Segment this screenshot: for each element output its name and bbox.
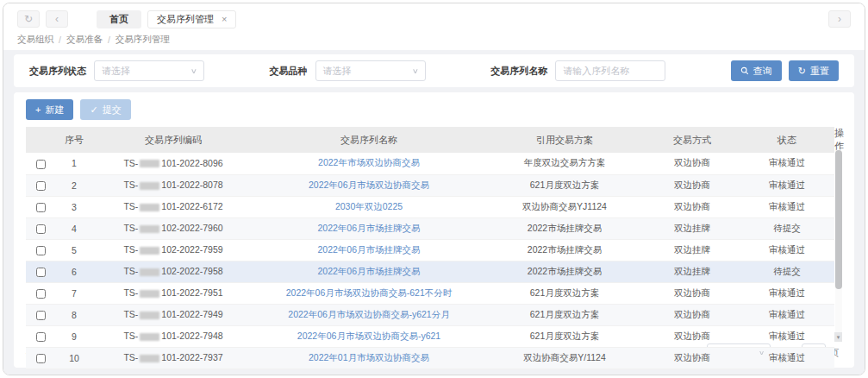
- sequence-name-link[interactable]: 2030年双边0225: [253, 196, 484, 217]
- table-row[interactable]: 1TS-101-2022-80962022年市场双边协商交易年度双边交易方方案双…: [26, 153, 834, 174]
- forward-button[interactable]: ›: [828, 10, 851, 28]
- variety-select[interactable]: 请选择 ∨: [315, 60, 426, 81]
- row-checkbox[interactable]: [36, 246, 46, 255]
- method-cell: 双边挂牌: [645, 261, 740, 282]
- table-row[interactable]: 10TS-101-2022-79372022年01月市场双边协商交易双边协商交易…: [26, 347, 834, 369]
- reset-button[interactable]: ↻ 重置: [789, 60, 839, 81]
- code-suffix: 101-2022-7951: [161, 287, 222, 298]
- status-cell: 待提交: [740, 261, 834, 282]
- row-number-cell: 3: [55, 196, 93, 217]
- header-checkbox-cell: [26, 127, 55, 153]
- row-number-cell: 10: [55, 347, 93, 369]
- method-cell: 双边协商: [645, 282, 740, 304]
- submit-button[interactable]: ✓ 提交: [80, 99, 130, 120]
- status-cell: 审核通过: [740, 304, 834, 325]
- row-checkbox[interactable]: [36, 160, 46, 169]
- close-icon[interactable]: ×: [222, 14, 227, 24]
- status-cell: 审核通过: [740, 347, 834, 369]
- breadcrumb: 交易组织/交易准备/交易序列管理: [3, 29, 865, 50]
- row-number-cell: 2: [55, 174, 93, 196]
- sequence-name-input[interactable]: [555, 60, 665, 81]
- tab-current[interactable]: 交易序列管理 ×: [147, 10, 236, 28]
- row-checkbox[interactable]: [36, 203, 46, 212]
- redacted-code-segment: [140, 204, 159, 211]
- status-cell: 审核通过: [740, 325, 834, 347]
- submit-button-label: 提交: [103, 104, 122, 117]
- redacted-code-segment: [140, 290, 159, 298]
- chevron-down-icon: ∨: [190, 67, 197, 75]
- row-checkbox[interactable]: [36, 354, 46, 363]
- tab-home[interactable]: 首页: [97, 10, 141, 28]
- table-row[interactable]: 9TS-101-2022-79482022年06月市场双边协商交易-y62162…: [26, 325, 834, 347]
- back-icon: ‹: [55, 14, 59, 24]
- row-checkbox[interactable]: [36, 268, 46, 277]
- table-row[interactable]: 4TS-102-2022-79602022年06月市场挂牌交易2022市场挂牌交…: [26, 217, 834, 239]
- row-checkbox[interactable]: [36, 311, 46, 320]
- plan-cell: 2022市场挂牌交易: [484, 217, 645, 239]
- filter-name-group: 交易序列名称: [490, 60, 665, 81]
- row-number-cell: 8: [55, 304, 93, 325]
- scrollbar-thumb[interactable]: [835, 150, 842, 289]
- table-panel: + 新建 ✓ 提交 序号: [14, 92, 854, 368]
- column-header: 交易序列名称: [253, 127, 484, 153]
- sequence-name-link[interactable]: 2022年06月市场双边协商交易-y621分月: [253, 304, 484, 325]
- redacted-code-segment: [140, 160, 159, 167]
- column-header: 交易序列编码: [93, 127, 253, 153]
- sequence-name-link[interactable]: 2022年06月市场双边协商交易-621不分时: [253, 282, 484, 304]
- breadcrumb-item[interactable]: 交易准备: [66, 34, 103, 46]
- row-checkbox-cell: [26, 174, 55, 196]
- method-cell: 双边协商: [645, 196, 740, 217]
- sequence-code-cell: TS-101-2022-7951: [93, 282, 253, 304]
- new-button[interactable]: + 新建: [26, 99, 73, 120]
- breadcrumb-item[interactable]: 交易组织: [17, 34, 53, 46]
- filter-panel: 交易序列状态 请选择 ∨ 交易品种 请选择 ∨ 交易序列名称: [14, 54, 854, 87]
- table-row[interactable]: 7TS-101-2022-79512022年06月市场双边协商交易-621不分时…: [26, 282, 834, 304]
- sequence-name-link[interactable]: 2022年01月市场双边协商交易: [253, 347, 484, 369]
- tab-bar: ↻ ‹ 首页 交易序列管理 × ›: [3, 3, 865, 29]
- table-wrapper: 序号 交易序列编码 交易序列名称 引用交易方案 交易方式 状态 操作 1TS-1…: [26, 127, 842, 342]
- refresh-button[interactable]: ↻: [17, 10, 40, 28]
- status-cell: 审核通过: [740, 239, 834, 261]
- status-select[interactable]: 请选择 ∨: [94, 60, 204, 81]
- breadcrumb-separator: /: [108, 35, 110, 45]
- sequence-name-link[interactable]: 2022年06月市场双边协商交易-y621: [253, 325, 484, 347]
- method-cell: 双边协商: [645, 153, 740, 174]
- sequence-name-link[interactable]: 2022年06月市场双边协商交易: [253, 174, 484, 196]
- code-suffix: 101-2022-7948: [161, 331, 222, 341]
- table-row[interactable]: 5TS-102-2022-79592022年06月市场挂牌交易2022市场挂牌交…: [26, 239, 834, 261]
- table-row[interactable]: 6TS-102-2022-79582022年06月市场挂牌交易2022市场挂牌交…: [26, 261, 834, 282]
- status-cell: 审核通过: [740, 196, 834, 217]
- table-row[interactable]: 3TS-101-2022-61722030年双边0225双边协商交易YJ1124…: [26, 196, 834, 217]
- sequence-name-link[interactable]: 2022年06月市场挂牌交易: [253, 217, 484, 239]
- status-cell: 审核通过: [740, 174, 834, 196]
- sequence-code-cell: TS-102-2022-7960: [93, 217, 253, 239]
- column-header: 序号: [55, 127, 93, 153]
- sequence-code-cell: TS-102-2022-7958: [93, 261, 253, 282]
- code-suffix: 101-2022-7949: [161, 309, 222, 319]
- table-row[interactable]: 2TS-101-2022-80782022年06月市场双边协商交易621月度双边…: [26, 174, 834, 196]
- plan-cell: 双边协商交易YJ1124: [484, 196, 645, 217]
- plan-cell: 621月度双边方案: [484, 282, 645, 304]
- row-checkbox[interactable]: [36, 224, 46, 234]
- sequence-name-link[interactable]: 2022年06月市场挂牌交易: [253, 239, 484, 261]
- row-checkbox[interactable]: [36, 181, 46, 191]
- status-cell: 审核通过: [740, 153, 834, 174]
- table-scrollbar[interactable]: ▾: [835, 149, 842, 342]
- sequence-name-link[interactable]: 2022年市场双边协商交易: [253, 153, 484, 174]
- status-cell: 待提交: [740, 217, 834, 239]
- table-row[interactable]: 8TS-101-2022-79492022年06月市场双边协商交易-y621分月…: [26, 304, 834, 325]
- scrollbar-down-icon[interactable]: ▾: [834, 332, 842, 342]
- row-checkbox-cell: [26, 304, 55, 325]
- code-prefix: TS-: [123, 287, 138, 298]
- row-checkbox[interactable]: [36, 289, 46, 299]
- row-checkbox-cell: [26, 239, 55, 261]
- search-button[interactable]: 查询: [731, 60, 782, 81]
- back-button[interactable]: ‹: [46, 10, 68, 28]
- redacted-code-segment: [140, 312, 159, 319]
- sequence-name-link[interactable]: 2022年06月市场挂牌交易: [253, 261, 484, 282]
- code-suffix: 101-2022-8078: [161, 180, 222, 190]
- code-prefix: TS-: [123, 201, 138, 211]
- row-checkbox[interactable]: [36, 332, 46, 342]
- row-checkbox-cell: [26, 325, 55, 347]
- method-cell: 双边协商: [645, 347, 740, 369]
